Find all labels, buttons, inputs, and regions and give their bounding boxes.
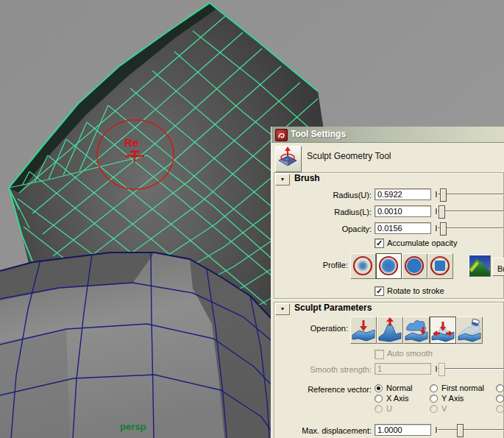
- radius-u-label: Radius(U):: [271, 191, 372, 199]
- radio-first-normal[interactable]: [430, 384, 438, 392]
- radio-y-axis-label: Y Axis: [441, 394, 464, 403]
- operation-smooth-button[interactable]: [403, 317, 430, 344]
- radio-u-label: U: [386, 404, 392, 413]
- radius-l-slider-handle[interactable]: [439, 205, 445, 219]
- smooth-strength-label: Smooth strength:: [271, 365, 372, 374]
- radio-first-normal-label: First normal: [441, 384, 484, 392]
- max-displacement-slider-track[interactable]: [438, 429, 504, 431]
- camera-label: persp: [120, 421, 146, 432]
- operation-relax-button[interactable]: [430, 317, 456, 344]
- accumulate-opacity-checkbox[interactable]: ✓: [375, 239, 384, 248]
- rotate-to-stroke-label: Rotate to stroke: [387, 286, 444, 295]
- radio-x-axis[interactable]: [375, 395, 383, 403]
- profile-square-button[interactable]: [427, 253, 453, 279]
- tool-settings-panel: Tool Settings Sculpt Geometry Tool ▼ Bru…: [271, 127, 504, 438]
- profile-solid-button[interactable]: [402, 253, 427, 279]
- radius-l-label: Radius(L):: [271, 208, 372, 216]
- smooth-strength-field: [375, 363, 431, 375]
- radio-normal[interactable]: [375, 384, 383, 392]
- operation-erase-button[interactable]: [456, 317, 483, 344]
- sculpt-collapse-button[interactable]: ▼: [275, 303, 290, 315]
- smooth-strength-slider-handle: [439, 363, 445, 376]
- operation-pull-button[interactable]: [377, 317, 403, 344]
- browse-button[interactable]: Browse: [492, 258, 504, 276]
- operation-push-button[interactable]: [350, 317, 377, 344]
- radio-col3-row2[interactable]: [496, 395, 504, 403]
- sculpt-section-title: Sculpt Parameters: [294, 303, 372, 313]
- auto-smooth-checkbox: [375, 350, 384, 359]
- radius-u-slider-handle[interactable]: [440, 188, 447, 202]
- profile-soft-button[interactable]: [350, 253, 376, 279]
- max-displacement-label: Max. displacement:: [271, 426, 372, 435]
- radius-u-field[interactable]: [375, 188, 431, 200]
- reference-vector-label: Reference vector:: [271, 385, 372, 394]
- tool-name-label: Sculpt Geometry Tool: [307, 151, 391, 161]
- radio-col3-row1[interactable]: [496, 384, 504, 392]
- radio-normal-label: Normal: [386, 384, 412, 392]
- brush-collapse-button[interactable]: ▼: [275, 174, 290, 186]
- accumulate-opacity-label: Accumulate opacity: [387, 239, 457, 247]
- opacity-slider-track[interactable]: [438, 227, 504, 229]
- max-displacement-field[interactable]: [375, 424, 431, 436]
- radio-v: [430, 405, 438, 413]
- opacity-slider-handle[interactable]: [440, 222, 447, 236]
- opacity-field[interactable]: [375, 222, 431, 234]
- operation-label: Operation:: [271, 324, 348, 333]
- radio-y-axis[interactable]: [430, 395, 438, 403]
- maya-icon: [275, 129, 288, 141]
- sculpt-tool-icon[interactable]: [275, 146, 302, 172]
- rotate-to-stroke-checkbox[interactable]: ✓: [375, 286, 384, 296]
- panel-titlebar[interactable]: Tool Settings: [271, 127, 504, 143]
- panel-title: Tool Settings: [291, 129, 346, 139]
- radio-x-axis-label: X Axis: [386, 394, 409, 403]
- radius-u-slider-track[interactable]: [438, 194, 504, 195]
- radius-l-field[interactable]: [375, 205, 431, 217]
- brush-operation-label: Re: [124, 136, 138, 149]
- radio-v-label: V: [441, 404, 447, 413]
- radio-col3-row3: [496, 405, 504, 413]
- smooth-strength-slider-track: [438, 368, 504, 370]
- opacity-label: Opacity:: [271, 225, 372, 233]
- profile-label: Profile:: [271, 261, 348, 269]
- max-displacement-slider-handle[interactable]: [457, 424, 464, 437]
- maya-window: Re persp Tool Settings Sculpt Geometry T…: [0, 0, 504, 438]
- auto-smooth-label: Auto smooth: [387, 349, 433, 358]
- profile-medium-button[interactable]: [376, 253, 402, 279]
- radius-l-slider-track[interactable]: [438, 211, 504, 212]
- brush-section-title: Brush: [294, 173, 320, 183]
- radio-u: [375, 405, 383, 413]
- profile-image-thumbnail[interactable]: [469, 255, 491, 277]
